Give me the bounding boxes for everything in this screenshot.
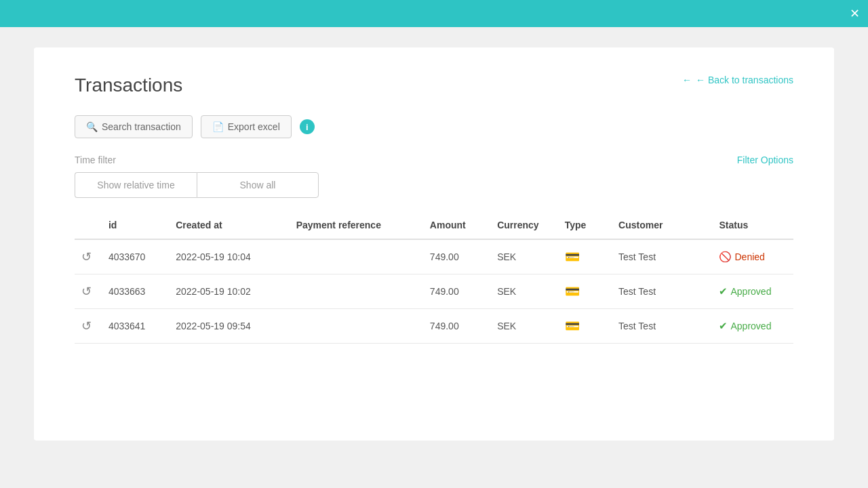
toolbar: 🔍 Search transaction 📄 Export excel i xyxy=(75,115,793,138)
row-type: 💳 xyxy=(558,309,612,344)
export-excel-button[interactable]: 📄 Export excel xyxy=(201,115,292,138)
col-header-type: Type xyxy=(558,211,612,239)
row-id: 4033641 xyxy=(102,309,169,344)
status-approved: ✔ Approved xyxy=(719,320,787,332)
info-icon[interactable]: i xyxy=(300,119,315,134)
export-button-label: Export excel xyxy=(228,121,280,132)
col-header-payref: Payment reference xyxy=(290,211,423,239)
table-row[interactable]: ↺40336632022-05-19 10:02749.00SEK💳Test T… xyxy=(75,274,793,309)
card-icon: 💳 xyxy=(565,319,580,333)
row-created-at: 2022-05-19 09:54 xyxy=(169,309,289,344)
check-icon: ✔ xyxy=(719,285,728,298)
row-undo-icon[interactable]: ↺ xyxy=(75,274,102,309)
row-amount: 749.00 xyxy=(423,309,490,344)
time-filter-header: Time filter Filter Options xyxy=(75,155,793,165)
row-created-at: 2022-05-19 10:02 xyxy=(169,274,289,309)
row-customer: Test Test xyxy=(612,274,712,309)
row-payment-reference xyxy=(290,239,423,274)
card-icon: 💳 xyxy=(565,285,580,298)
transactions-table: id Created at Payment reference Amount C… xyxy=(75,211,793,344)
card-icon: 💳 xyxy=(565,250,580,264)
back-arrow-icon: ← xyxy=(682,75,692,85)
row-payment-reference xyxy=(290,309,423,344)
col-header-id: id xyxy=(102,211,169,239)
row-amount: 749.00 xyxy=(423,274,490,309)
row-customer: Test Test xyxy=(612,309,712,344)
back-to-transactions-link[interactable]: ← ← Back to transactions xyxy=(682,75,793,85)
row-payment-reference xyxy=(290,274,423,309)
col-header-amount: Amount xyxy=(423,211,490,239)
time-filter-label: Time filter xyxy=(75,155,116,165)
table-row[interactable]: ↺40336702022-05-19 10:04749.00SEK💳Test T… xyxy=(75,239,793,274)
back-link-text: ← Back to transactions xyxy=(696,75,793,85)
row-id: 4033670 xyxy=(102,239,169,274)
row-undo-icon[interactable]: ↺ xyxy=(75,239,102,274)
row-amount: 749.00 xyxy=(423,239,490,274)
content-card: ← ← Back to transactions Transactions 🔍 … xyxy=(34,47,834,441)
check-icon: ✔ xyxy=(719,320,728,332)
row-created-at: 2022-05-19 10:04 xyxy=(169,239,289,274)
time-filter-section: Time filter Filter Options Show relative… xyxy=(75,155,793,198)
row-type: 💳 xyxy=(558,274,612,309)
row-status: 🚫 Denied xyxy=(712,239,793,274)
show-relative-time-button[interactable]: Show relative time xyxy=(75,172,197,198)
col-header-icon xyxy=(75,211,102,239)
table-header-row: id Created at Payment reference Amount C… xyxy=(75,211,793,239)
page-wrapper: ← ← Back to transactions Transactions 🔍 … xyxy=(0,27,868,488)
row-currency: SEK xyxy=(490,309,558,344)
col-header-created: Created at xyxy=(169,211,289,239)
row-customer: Test Test xyxy=(612,239,712,274)
col-header-currency: Currency xyxy=(490,211,558,239)
export-icon: 📄 xyxy=(212,121,224,132)
row-id: 4033663 xyxy=(102,274,169,309)
row-currency: SEK xyxy=(490,239,558,274)
search-button-label: Search transaction xyxy=(102,121,181,132)
filter-options-link[interactable]: Filter Options xyxy=(737,155,793,165)
row-status: ✔ Approved xyxy=(712,309,793,344)
top-bar: ✕ xyxy=(0,0,868,27)
status-approved: ✔ Approved xyxy=(719,285,787,298)
close-icon[interactable]: ✕ xyxy=(850,6,860,21)
row-undo-icon[interactable]: ↺ xyxy=(75,309,102,344)
table-row[interactable]: ↺40336412022-05-19 09:54749.00SEK💳Test T… xyxy=(75,309,793,344)
status-denied: 🚫 Denied xyxy=(719,251,787,263)
show-all-button[interactable]: Show all xyxy=(197,172,319,198)
search-icon: 🔍 xyxy=(86,121,98,132)
row-status: ✔ Approved xyxy=(712,274,793,309)
denied-icon: 🚫 xyxy=(719,251,732,263)
col-header-status: Status xyxy=(712,211,793,239)
col-header-customer: Customer xyxy=(612,211,712,239)
row-currency: SEK xyxy=(490,274,558,309)
row-type: 💳 xyxy=(558,239,612,274)
time-filter-buttons: Show relative time Show all xyxy=(75,172,793,198)
search-transaction-button[interactable]: 🔍 Search transaction xyxy=(75,115,193,138)
